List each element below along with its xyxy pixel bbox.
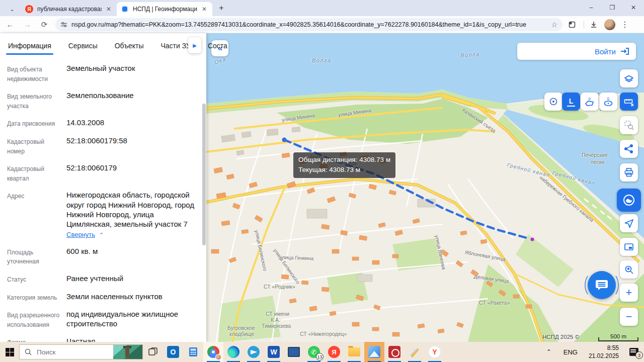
search-highlight-image[interactable] xyxy=(113,345,142,359)
clear-measure-button[interactable] xyxy=(620,93,638,111)
tab-services[interactable]: Сервисы xyxy=(67,35,99,55)
tab-search-icon[interactable]: ⌄ xyxy=(5,5,19,14)
taskbar-app-photos[interactable] xyxy=(364,342,384,362)
measure-tooltip: Общая дистанция: 4308.73 м Текущая: 4308… xyxy=(293,152,395,178)
field-value: 600 кв. м xyxy=(66,246,199,266)
tabs-scroll-right-button[interactable]: ▶ xyxy=(188,37,201,53)
telegram-icon xyxy=(248,346,260,358)
bookmark-star-icon[interactable]: ☆ xyxy=(551,21,557,29)
start-button[interactable] xyxy=(0,342,19,362)
measure-total-distance: Общая дистанция: 4308.73 м xyxy=(298,155,390,165)
collapse-address-link[interactable]: Свернуть⌃ xyxy=(66,231,104,239)
reload-icon[interactable]: ⟳ xyxy=(37,18,51,32)
taskbar-app-yandex[interactable]: Я xyxy=(324,342,344,362)
browser-tab-pkk[interactable]: Я публичная кадастровая карта ✕ xyxy=(21,2,117,16)
new-tab-button[interactable]: + xyxy=(215,2,227,14)
measure-length-button[interactable]: L xyxy=(562,93,580,111)
my-location-button[interactable] xyxy=(620,214,638,232)
share-icon xyxy=(623,143,634,154)
task-view-button[interactable] xyxy=(143,342,163,362)
address-text: Нижегородская область, городской округ г… xyxy=(66,191,194,228)
calculator-icon xyxy=(188,346,199,357)
taskbar-app-ybrowser[interactable]: Y xyxy=(425,342,445,362)
taskbar-app-whatsapp[interactable]: ✆13 xyxy=(304,342,324,362)
url-text[interactable]: nspd.gov.ru/map?thematic=PKK&zoom=13.745… xyxy=(71,21,548,28)
tab-parts[interactable]: Части ЗУ xyxy=(159,35,191,55)
taskbar-app-red[interactable] xyxy=(384,342,405,362)
close-button[interactable]: ✕ xyxy=(623,0,644,15)
close-tab-icon[interactable]: ✕ xyxy=(200,5,208,13)
scale-bar: 500 m xyxy=(598,333,638,341)
taskbar-app-edge[interactable] xyxy=(223,342,244,362)
chat-widget xyxy=(581,264,623,306)
tab-title: публичная кадастровая карта xyxy=(37,6,102,13)
map-canvas[interactable]: Волга Волга Ока Волга Печёрские пески Гр… xyxy=(206,33,644,342)
tab-objects[interactable]: Объекты xyxy=(114,35,145,55)
taskbar-app-explorer[interactable] xyxy=(344,342,364,362)
back-icon[interactable]: ← xyxy=(3,18,17,32)
map-label: улица Генкина xyxy=(280,254,313,261)
outlook-icon: O xyxy=(167,346,179,358)
map-label: СТ «Родник» xyxy=(264,284,295,290)
tab-groups-icon[interactable] xyxy=(566,18,579,31)
minimap-button[interactable] xyxy=(620,238,638,256)
maximize-button[interactable]: ❐ xyxy=(602,0,623,15)
panel-scrollbar[interactable] xyxy=(202,104,206,245)
clear-measure-icon xyxy=(623,96,635,108)
measure-point-button[interactable] xyxy=(544,93,562,111)
notification-center-button[interactable]: 3 xyxy=(624,342,644,362)
taskbar-app-calculator[interactable] xyxy=(183,342,203,362)
measure-area-button[interactable]: S xyxy=(581,93,599,111)
browser-tab-nspd[interactable]: НСПД | Геоинформационный ✕ xyxy=(117,2,212,16)
field-row: Вид разрешенного использования под индив… xyxy=(7,309,199,329)
map-label: кладбище xyxy=(229,331,254,337)
address-bar[interactable]: nspd.gov.ru/map?thematic=PKK&zoom=13.745… xyxy=(55,18,562,31)
layers-button[interactable] xyxy=(620,69,638,87)
field-value: 52:18:0060179:58 xyxy=(66,136,199,156)
photos-icon xyxy=(368,346,380,358)
site-settings-icon[interactable] xyxy=(60,21,67,28)
clock[interactable]: 8:55 21.02.2025 xyxy=(584,344,624,360)
taskbar-app-outlook[interactable]: O xyxy=(163,342,183,362)
taskbar-app-telegram[interactable] xyxy=(244,342,264,362)
browser-tab-strip: ⌄ Я публичная кадастровая карта ✕ НСПД |… xyxy=(0,0,644,16)
browser-menu-icon[interactable]: ⋮ xyxy=(618,18,631,31)
field-row: Статус Ранее учтенный xyxy=(7,274,199,285)
map-label: СТ имени xyxy=(266,311,289,317)
field-row: Категория земель Земли населенных пункто… xyxy=(7,292,199,303)
circle-measure-icon: S xyxy=(602,96,614,108)
chat-button[interactable] xyxy=(588,271,616,299)
language-indicator[interactable]: ENG xyxy=(557,348,584,356)
yandex-favicon: Я xyxy=(25,5,33,13)
tray-expand-icon[interactable]: ⌃ xyxy=(540,348,557,355)
print-button[interactable] xyxy=(620,163,638,182)
taskbar-search[interactable] xyxy=(19,344,143,359)
taskbar-app-thispc[interactable] xyxy=(284,342,304,362)
measure-circle-button[interactable]: S xyxy=(599,93,617,111)
search-location-icon xyxy=(623,264,634,275)
tab-information[interactable]: Информация xyxy=(7,35,52,55)
map-graphics xyxy=(206,33,644,342)
forward-icon[interactable]: → xyxy=(20,18,34,32)
field-label: Вид объекта недвижимости xyxy=(7,63,66,83)
taskbar-app-word[interactable]: W xyxy=(264,342,284,362)
close-tab-icon[interactable]: ✕ xyxy=(105,5,113,13)
search-input[interactable] xyxy=(37,348,97,356)
object-search-button[interactable] xyxy=(620,116,638,134)
tab-composition[interactable]: Соста xyxy=(207,35,228,55)
zoom-out-button[interactable]: − xyxy=(620,308,638,326)
task-view-icon xyxy=(148,347,158,357)
length-measure-icon: L xyxy=(567,97,576,107)
chat-bubble-icon xyxy=(594,278,609,293)
taskbar-app-paint[interactable] xyxy=(405,342,425,362)
minimize-button[interactable]: – xyxy=(581,0,602,15)
share-button[interactable] xyxy=(620,140,638,158)
plus-icon: + xyxy=(626,286,632,299)
taskbar-app-chrome[interactable] xyxy=(203,342,223,362)
login-bar[interactable]: Войти xyxy=(517,43,636,60)
downloads-icon[interactable] xyxy=(587,18,600,31)
profile-avatar[interactable] xyxy=(604,19,615,30)
map-label: СТ «Нижегородец» xyxy=(300,331,347,337)
field-value: Нижегородская область, городской округ г… xyxy=(66,190,199,239)
active-map-tool-button[interactable] xyxy=(617,189,641,212)
